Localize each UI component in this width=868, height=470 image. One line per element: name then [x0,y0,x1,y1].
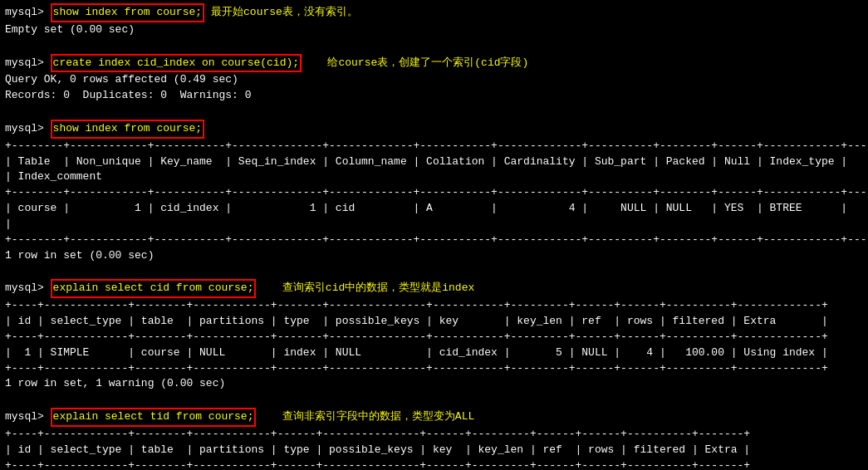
table2-sep-top: +----+-------------+--------+-----------… [5,298,863,314]
prompt-1: mysql> [5,5,51,21]
output-3a: 1 row in set (0.00 sec) [5,248,863,264]
cmd-line-3: mysql> show index from course; [5,120,863,139]
table1-row2: | [5,217,863,233]
prompt-3: mysql> [5,121,51,137]
table2-sep-bot: +----+-------------+--------+-----------… [5,361,863,377]
blank-3 [5,264,863,280]
output-4a: 1 row in set, 1 warning (0.00 sec) [5,376,863,392]
prompt-5: mysql> [5,409,51,425]
table2-row: | 1 | SIMPLE | course | NULL | index | N… [5,345,863,361]
prompt-2: mysql> [5,56,51,71]
output-2a: Query OK, 0 rows affected (0.49 sec) [5,72,863,88]
table3-sep-top: +----+-------------+--------+-----------… [5,427,863,443]
annotation-4: 查询索引cid中的数据，类型就是index [262,281,474,296]
blank-1 [5,38,863,54]
cmd-box-2: create index cid_index on course(cid); [51,54,302,73]
table1-sep-mid: +--------+------------+-----------+-----… [5,185,863,201]
cmd-box-1: show index from course; [51,3,204,22]
cmd-line-2: mysql> create index cid_index on course(… [5,54,863,73]
cmd-box-5: explain select tid from course; [51,408,257,427]
table1-sep-bot: +--------+------------+-----------+-----… [5,233,863,248]
table2-sep-mid: +----+-------------+--------+-----------… [5,330,863,345]
output-1a: Empty set (0.00 sec) [5,22,863,38]
blank-4 [5,392,863,408]
output-2b: Records: 0 Duplicates: 0 Warnings: 0 [5,88,863,104]
table3-header: | id | select_type | table | partitions … [5,443,863,458]
cmd-line-1: mysql> show index from course; 最开始course… [5,3,863,22]
cmd-line-5: mysql> explain select tid from course; 查… [5,408,863,427]
annotation-1: 最开始course表，没有索引。 [211,5,358,21]
cmd-box-3: show index from course; [51,120,204,139]
annotation-5: 查询非索引字段中的数据，类型变为ALL [262,409,474,425]
table3-sep-mid: +----+-------------+--------+-----------… [5,458,863,470]
prompt-4: mysql> [5,281,51,296]
cmd-box-4: explain select cid from course; [51,279,257,298]
terminal: mysql> show index from course; 最开始course… [0,0,868,470]
table2-header: | id | select_type | table | partitions … [5,314,863,330]
annotation-2: 给course表，创建了一个索引(cid字段) [308,56,528,71]
table1-sep-top: +--------+------------+-----------+-----… [5,139,863,154]
cmd-line-4: mysql> explain select cid from course; 查… [5,279,863,298]
table1-row: | course | 1 | cid_index | 1 | cid | A |… [5,201,863,217]
table1-header2: | Index_comment [5,169,863,185]
table1-header: | Table | Non_unique | Key_name | Seq_in… [5,154,863,170]
blank-2 [5,104,863,120]
